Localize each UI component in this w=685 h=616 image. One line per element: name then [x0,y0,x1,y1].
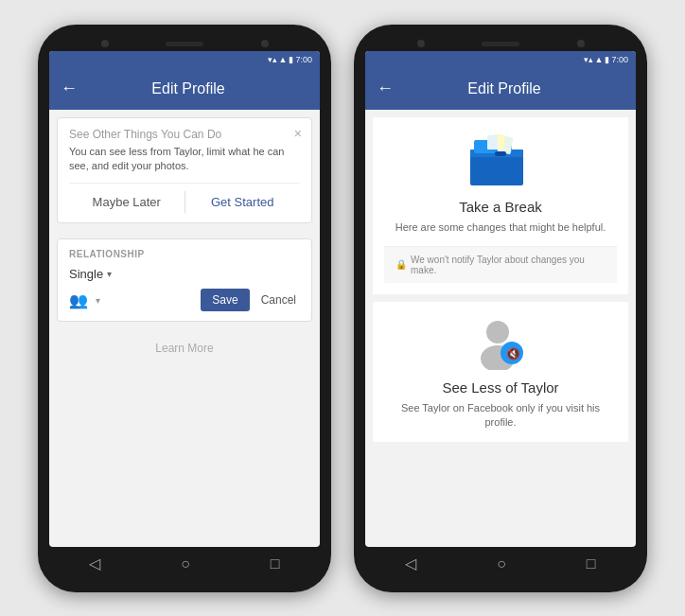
speaker [166,42,203,46]
svg-rect-0 [470,153,523,185]
nav-bar-2: ← Edit Profile [365,68,636,110]
sensor [261,40,269,47]
close-icon[interactable]: × [294,126,302,141]
back-nav-icon[interactable]: ◁ [89,554,100,572]
status-icons-1: ▾▴ ▲ ▮ 7:00 [268,55,312,64]
wifi-icon-2: ▲ [595,55,604,64]
phone-screen-1: ▾▴ ▲ ▮ 7:00 ← Edit Profile See Other Thi… [49,51,320,547]
take-a-break-section: Take a Break Here are some changes that … [373,117,628,294]
camera [101,40,109,47]
person-icon: 🔇 [474,317,527,370]
home-nav-icon-2[interactable]: ○ [497,555,506,572]
people-icon: 👥 [69,291,88,309]
recents-nav-icon[interactable]: □ [271,555,280,572]
battery-icon-2: ▮ [605,55,609,64]
learn-more-section: Learn More [49,329,320,365]
back-button-2[interactable]: ← [377,79,394,98]
see-less-title: See Less of Taylor [442,379,558,396]
relationship-edit-row: 👥 ▾ Save Cancel [69,289,300,311]
see-less-section: 🔇 See Less of Taylor See Taylor on Faceb… [373,302,628,442]
screen-content-2: Take a Break Here are some changes that … [365,110,636,547]
time-display-2: 7:00 [611,55,628,64]
back-button-1[interactable]: ← [61,79,78,98]
lock-icon: 🔒 [395,259,407,270]
relationship-label: RELATIONSHIP [69,249,300,259]
dropdown-icon[interactable]: ▾ [107,269,112,279]
status-bar-2: ▾▴ ▲ ▮ 7:00 [365,51,636,68]
page-title-1: Edit Profile [87,80,290,97]
learn-more-link[interactable]: Learn More [155,342,213,355]
maybe-later-button[interactable]: Maybe Later [69,191,185,213]
home-nav-icon[interactable]: ○ [181,555,190,572]
cancel-button[interactable]: Cancel [257,289,300,311]
wifi-icon: ▲ [279,55,288,64]
svg-text:🔇: 🔇 [506,346,520,361]
time-display-1: 7:00 [295,55,312,64]
phone-sensors [49,36,320,51]
relationship-status: Single [69,267,103,281]
sensor-2 [577,40,585,47]
phone-sensors-2 [365,36,636,51]
signal-icon: ▾▴ [268,55,277,64]
privacy-note: 🔒 We won't notify Taylor about changes y… [384,246,617,283]
status-icons-2: ▾▴ ▲ ▮ 7:00 [584,55,628,64]
notification-body: You can see less from Taylor, limit what… [69,145,300,174]
svg-point-7 [486,321,509,343]
phone-2: ▾▴ ▲ ▮ 7:00 ← Edit Profile [354,25,647,592]
get-started-button[interactable]: Get Started [185,191,301,213]
battery-icon: ▮ [289,55,293,64]
svg-rect-5 [487,135,498,150]
notification-title: See Other Things You Can Do [69,128,300,141]
signal-icon-2: ▾▴ [584,55,593,64]
take-a-break-desc: Here are some changes that might be help… [395,220,606,235]
notification-actions: Maybe Later Get Started [69,183,300,213]
recents-nav-icon-2[interactable]: □ [587,555,596,572]
phone-bottom-nav-2: ◁ ○ □ [365,547,636,581]
privacy-icon: ▾ [96,295,100,306]
relationship-section: RELATIONSHIP Single ▾ 👥 ▾ Save Cancel [57,238,312,322]
notification-banner: See Other Things You Can Do You can see … [57,117,312,224]
camera-2 [417,40,425,47]
privacy-note-text: We won't notify Taylor about changes you… [411,255,606,275]
svg-rect-6 [495,151,506,156]
take-a-break-title: Take a Break [459,199,542,215]
see-less-icon-wrap: 🔇 [474,317,527,370]
back-nav-icon-2[interactable]: ◁ [405,554,416,572]
phone-1: ▾▴ ▲ ▮ 7:00 ← Edit Profile See Other Thi… [38,25,331,592]
status-bar-1: ▾▴ ▲ ▮ 7:00 [49,51,320,68]
screen-content-1: See Other Things You Can Do You can see … [49,110,320,547]
phone-screen-2: ▾▴ ▲ ▮ 7:00 ← Edit Profile [365,51,636,547]
page-title-2: Edit Profile [403,80,606,97]
nav-bar-1: ← Edit Profile [49,68,320,110]
break-icon [463,132,538,189]
save-button[interactable]: Save [201,289,249,311]
speaker-2 [482,42,519,46]
phone-bottom-nav-1: ◁ ○ □ [49,547,320,581]
relationship-value: Single ▾ [69,267,300,281]
see-less-desc: See Taylor on Facebook only if you visit… [384,401,617,431]
